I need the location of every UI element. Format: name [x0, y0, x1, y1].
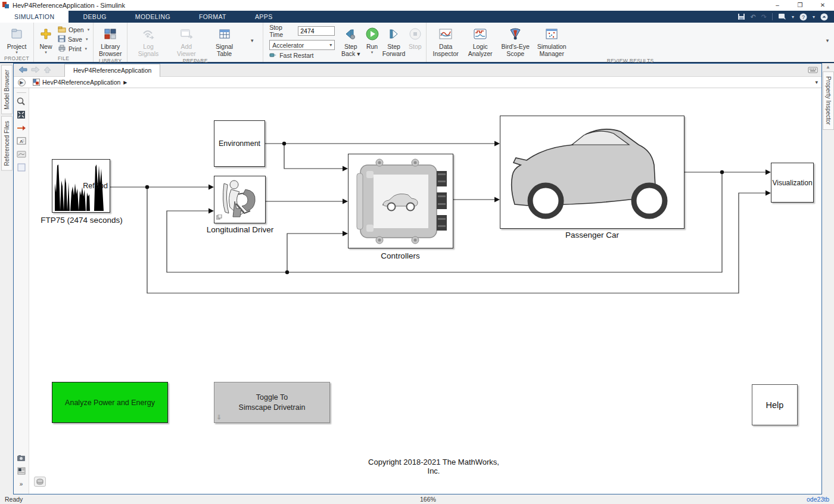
stop-time-input[interactable] — [298, 26, 335, 36]
run-caret-icon: ▾ — [371, 50, 374, 55]
close-button[interactable]: ✕ — [811, 0, 834, 11]
zoom-tool-icon[interactable] — [15, 96, 27, 107]
fast-restart-toggle[interactable]: Fast Restart — [269, 52, 335, 59]
step-forward-button[interactable]: Step Forward — [382, 24, 406, 64]
log-signals-button: Log Signals — [134, 24, 163, 57]
visualization-block[interactable]: Visualization — [771, 163, 814, 203]
tab-simulation[interactable]: SIMULATION — [0, 11, 69, 23]
refspd-port-label: RefSpd — [83, 182, 108, 190]
scroll-up-icon[interactable]: ▲ — [826, 64, 830, 70]
viewmarks-icon[interactable] — [15, 148, 27, 160]
nav-back-icon[interactable] — [18, 65, 27, 76]
status-text: Ready — [0, 496, 23, 503]
open-icon — [58, 26, 66, 34]
longitudinal-driver-block[interactable] — [214, 176, 266, 223]
restore-button[interactable]: ❐ — [789, 0, 811, 11]
schedule-editor-icon[interactable] — [15, 465, 27, 477]
svg-text:?: ? — [802, 14, 805, 20]
toggle-simscape-button[interactable]: Toggle To Simscape Drivetrain ⇓ — [214, 382, 330, 423]
document-tab-bar: HevP4ReferenceApplication — [14, 64, 821, 77]
help-icon[interactable]: ? — [799, 13, 807, 21]
copyright-annotation: Copyright 2018-2021 The MathWorks, Inc. — [365, 458, 502, 475]
save-button[interactable]: Save ▾ — [58, 35, 89, 43]
model-canvas[interactable]: RefSpd FTP75 (2474 seconds) Environment — [29, 88, 821, 494]
controllers-block[interactable] — [348, 154, 453, 248]
breadcrumb-bar: ▶ HevP4ReferenceApplication ▶ ▾ — [14, 77, 821, 88]
subsystem-box-icon[interactable] — [15, 161, 27, 173]
minimize-button[interactable]: – — [766, 0, 789, 11]
car-icon — [500, 116, 684, 228]
new-caret-icon: ▾ — [45, 50, 47, 55]
status-bar: Ready 166% ode23tb — [0, 494, 834, 503]
logic-analyzer-button[interactable]: Logic Analyzer — [463, 24, 497, 57]
palette-expand-button[interactable]: » — [15, 478, 27, 490]
birds-eye-scope-button[interactable]: Bird's-Eye Scope — [498, 24, 533, 57]
project-icon — [10, 26, 23, 42]
mode-caret-icon: ▾ — [329, 42, 332, 48]
library-browser-button[interactable]: Library Browser — [96, 24, 125, 57]
car-caption: Passenger Car — [556, 231, 628, 239]
keyboard-shortcuts-icon[interactable] — [808, 65, 821, 76]
log-signals-icon — [141, 26, 155, 42]
fit-to-view-icon[interactable] — [15, 109, 27, 120]
stop-time-label: Stop Time — [269, 24, 294, 38]
step-back-button[interactable]: Step Back ▾ — [340, 24, 362, 64]
undo-icon[interactable]: ↶ — [751, 13, 756, 21]
collapse-ribbon-icon[interactable] — [820, 13, 828, 21]
analyze-power-energy-button[interactable]: Analyze Power and Energy — [52, 382, 168, 423]
solver-link[interactable]: ode23tb — [807, 496, 834, 503]
signal-table-button[interactable]: Signal Table — [210, 24, 239, 57]
open-button[interactable]: Open ▾ — [58, 26, 89, 34]
prepare-gallery-caret-icon[interactable]: ▾ — [248, 24, 256, 57]
breadcrumb-dropdown-icon[interactable]: ▾ — [815, 79, 821, 85]
breadcrumb-path[interactable]: HevP4ReferenceApplication — [42, 79, 120, 86]
refspd-source-block[interactable]: RefSpd — [52, 159, 110, 213]
nav-up-icon — [43, 65, 51, 76]
model-browser-tab[interactable]: Model Browser — [1, 65, 13, 114]
toggle-arrow-badge-icon: ⇓ — [216, 414, 222, 421]
property-inspector-tab[interactable]: Property Inspector — [823, 71, 834, 130]
tab-apps[interactable]: APPS — [241, 11, 287, 23]
logic-analyzer-icon — [473, 26, 487, 42]
referenced-files-tab[interactable]: Referenced Files — [1, 116, 13, 171]
save-icon — [58, 35, 66, 43]
print-button[interactable]: Print ▾ — [58, 45, 89, 53]
capture-icon[interactable] — [778, 13, 786, 20]
print-icon — [58, 45, 66, 53]
annotation-icon[interactable]: A — [15, 135, 27, 147]
hide-model-browser-button[interactable]: ▶ — [14, 79, 29, 86]
title-bar: HevP4ReferenceApplication - Simulink – ❐… — [0, 0, 834, 11]
breadcrumb-expand-icon[interactable]: ▶ — [123, 80, 127, 85]
model-data-access-button[interactable] — [34, 477, 46, 487]
help-caret-icon[interactable]: ▾ — [813, 14, 815, 20]
group-label-file: FILE — [36, 55, 91, 63]
capture-caret-icon[interactable]: ▾ — [792, 14, 794, 20]
new-button[interactable]: New ▾ — [36, 24, 55, 55]
group-library: Library Browser LIBRARY — [94, 23, 127, 62]
svg-text:A: A — [20, 139, 23, 144]
signal-routing-icon[interactable] — [15, 122, 27, 133]
tab-debug[interactable]: DEBUG — [69, 11, 120, 23]
environment-block[interactable]: Environment — [214, 120, 265, 167]
simulation-manager-button[interactable]: Simulation Manager — [534, 24, 570, 57]
canvas-palette: A » — [14, 88, 29, 494]
group-prepare: Log Signals Add Viewer Signal Table ▾ PR… — [127, 23, 263, 62]
run-button[interactable]: Run ▾ — [363, 24, 381, 64]
document-tab[interactable]: HevP4ReferenceApplication — [64, 64, 160, 77]
tab-format[interactable]: FORMAT — [185, 11, 241, 23]
passenger-car-block[interactable] — [500, 116, 684, 229]
window-title: HevP4ReferenceApplication - Simulink — [13, 2, 125, 9]
save-quick-icon[interactable] — [737, 13, 745, 20]
group-label-project: PROJECT — [2, 55, 31, 63]
project-button[interactable]: Project ▾ — [2, 24, 31, 55]
tab-modeling[interactable]: MODELING — [121, 11, 185, 23]
review-gallery-caret-icon[interactable]: ▾ — [823, 24, 832, 57]
simulation-mode-select[interactable]: Accelerator ▾ — [269, 40, 335, 50]
add-viewer-icon — [179, 26, 194, 42]
data-inspector-button[interactable]: Data Inspector — [429, 24, 462, 57]
simulation-manager-icon — [545, 26, 558, 42]
save-caret-icon: ▾ — [86, 37, 88, 42]
ribbon-toolbar: Project ▾ PROJECT New ▾ Open ▾ Save — [0, 23, 834, 63]
zoom-indicator-icon[interactable] — [15, 452, 27, 463]
help-block[interactable]: Help — [752, 384, 798, 425]
